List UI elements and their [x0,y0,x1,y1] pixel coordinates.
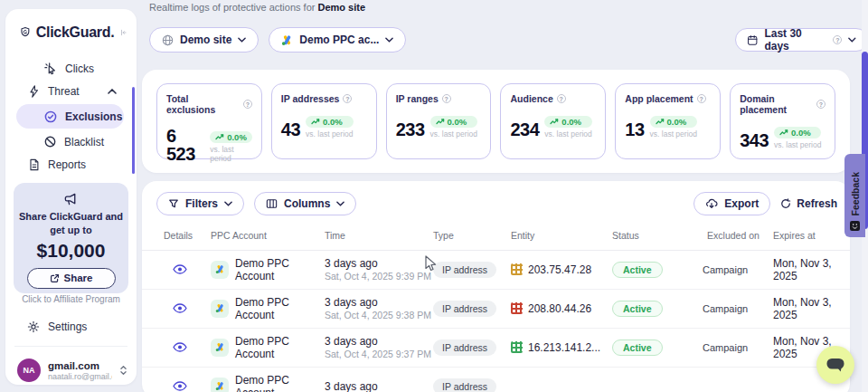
sidebar-nav: Clicks Threat Exclusions Blac [5,50,137,176]
stat-label: App placement [625,93,693,104]
account-switcher[interactable]: NA gmail.com naatali.ro@gmail.com [5,355,137,386]
column-header[interactable]: Details [164,230,211,241]
help-icon[interactable]: ? [816,100,826,109]
export-label: Export [724,197,759,210]
help-icon[interactable]: ? [442,94,451,103]
date-range-value: Last 30 days [764,27,826,53]
view-details-button[interactable] [173,264,211,274]
filters-dropdown[interactable]: Filters [156,192,244,215]
entity-identicon [511,302,523,314]
shield-logo-icon [20,24,31,41]
stat-value: 43 [281,120,300,139]
ppc-account-name: Demo PPC Account [235,374,325,392]
column-header[interactable]: Status [612,230,703,241]
feedback-label: Feedback [850,172,861,215]
stat-card-ip-addresses: IP addresses? 43 0.0% vs. last period [271,83,377,159]
sidebar-item-threat[interactable]: Threat [5,80,129,102]
trend-up-icon [550,119,559,125]
eye-icon [173,381,187,391]
collapse-sidebar-icon[interactable] [119,26,127,39]
ppc-account-name: Demo PPC Account [235,335,325,360]
stat-value: 6 523 [166,127,204,163]
ppc-filter-value: Demo PPC ac... [299,33,379,46]
time-relative: 3 days ago [325,296,433,309]
sidebar-item-clicks[interactable]: Clicks [5,57,129,80]
table-row[interactable]: Demo PPC Account 3 days ago IP address [142,367,850,392]
column-header[interactable]: PPC Account [211,230,325,241]
column-header[interactable]: Excluded on [703,230,764,242]
megaphone-icon [63,192,79,207]
stat-label: IP ranges [396,93,439,104]
brand-name: ClickGuard. [36,24,115,41]
delta-badge: 0.0% [650,116,697,128]
table-row[interactable]: Demo PPC Account 3 days ago Sat, Oct 4, … [142,328,850,367]
gear-icon [27,320,40,333]
stat-caption: vs. last period [306,129,353,139]
reports-icon [28,158,40,171]
view-details-button[interactable] [173,303,211,313]
view-details-button[interactable] [173,381,211,391]
share-button-label: Share [64,272,93,283]
column-header[interactable]: Time [325,230,433,241]
help-icon: ? [833,35,842,44]
entity-value: 208.80.44.26 [528,302,591,315]
google-ads-icon [211,378,229,392]
eye-icon [173,303,187,313]
date-range-dropdown[interactable]: Last 30 days ? [735,28,868,52]
filters-label: Filters [185,197,218,210]
clicks-icon [44,62,57,75]
trend-up-icon [779,129,788,136]
table-row[interactable]: Demo PPC Account 3 days ago Sat, Oct 4, … [142,250,850,289]
columns-dropdown[interactable]: Columns [254,192,356,215]
column-header[interactable]: Type [433,230,511,241]
column-header[interactable]: Expires at [764,230,841,241]
sidebar-scrollbar[interactable] [132,87,135,174]
page-subtitle: Realtime logs of protective actions for … [149,2,365,13]
external-link-icon [50,273,60,283]
stat-card-ip-ranges: IP ranges? 233 0.0% vs. last period [386,83,492,159]
type-badge: IP address [433,262,496,278]
help-icon[interactable]: ? [243,100,252,109]
blacklist-icon [44,136,56,148]
time-relative: 3 days ago [325,335,433,348]
sidebar-divider [14,346,127,347]
sidebar-item-label: Threat [48,85,80,98]
delta-badge: 0.0% [774,127,821,139]
help-icon[interactable]: ? [343,94,352,103]
affiliate-promo-card[interactable]: Share ClickGuard and get up to $10,000 S… [14,183,128,293]
sidebar-item-label: Exclusions [65,110,122,123]
avatar: NA [17,359,41,382]
sidebar-item-reports[interactable]: Reports [5,153,129,176]
account-name: gmail.com [48,360,112,371]
table-row[interactable]: Demo PPC Account 3 days ago Sat, Oct 4, … [142,289,850,328]
stat-value: 343 [740,131,769,149]
entity-value: 16.213.141.2... [528,341,600,354]
help-icon[interactable]: ? [557,94,566,103]
time-absolute: Sat, Oct 4, 2025 9:38 PM [325,310,433,320]
table-header-row: Details PPC Account Time Type Entity Sta… [142,230,850,242]
export-button[interactable]: Export [693,192,770,215]
sidebar-item-blacklist[interactable]: Blacklist [5,130,129,153]
help-icon[interactable]: ? [697,94,706,103]
eye-icon [173,264,187,274]
sidebar-item-settings[interactable]: Settings [5,317,137,337]
globe-icon [162,34,174,46]
view-details-button[interactable] [173,342,211,352]
stat-value: 13 [625,120,644,139]
site-filter-dropdown[interactable]: Demo site [149,27,259,53]
ppc-account-name: Demo PPC Account [235,257,325,282]
stat-value: 233 [396,120,425,139]
feedback-tab[interactable]: Feedback [844,154,865,237]
column-header[interactable]: Entity [511,230,612,241]
refresh-button[interactable]: Refresh [780,197,837,210]
chevron-down-icon [336,201,344,206]
excluded-on-value: Campaign [703,342,764,353]
sidebar-item-exclusions[interactable]: Exclusions [16,104,124,129]
site-filter-value: Demo site [180,33,231,46]
ppc-account-filter-dropdown[interactable]: Demo PPC ac... [269,27,406,53]
export-cloud-icon [705,198,718,209]
type-badge: IP address [433,301,496,317]
stat-label: Total exclusions [166,93,240,115]
share-button[interactable]: Share [27,268,116,289]
chat-launcher-button[interactable] [816,346,854,384]
